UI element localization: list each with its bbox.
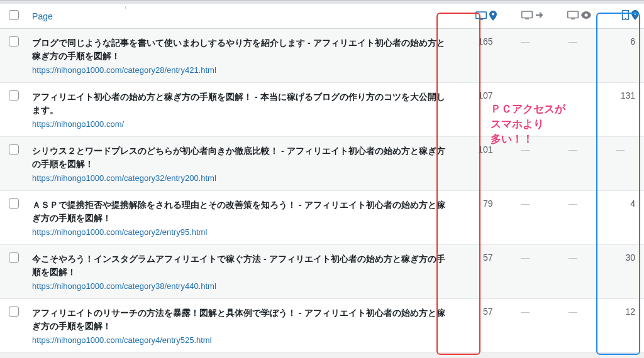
- table-row: アフィリエイト初心者の始め方と稼ぎ方の手順を図解！ - 本当に稼げるブログの作り…: [0, 83, 644, 137]
- pin-icon: [489, 11, 497, 21]
- page-cell: シリウス２とワードプレスのどちらが初心者向きか徹底比較！ - アフィリエイト初心…: [27, 137, 454, 191]
- desktop-icon: [567, 11, 579, 19]
- metric-value: 4: [596, 191, 644, 245]
- metric-value: 57: [454, 245, 501, 299]
- metric-value: 165: [454, 29, 501, 83]
- page-cell: 今こそやろう！インスタグラムアフィリエイトで稼ぐ方法 - アフィリエイト初心者の…: [27, 245, 454, 299]
- row-checkbox-cell: [0, 299, 27, 353]
- metric-empty: —: [549, 137, 596, 191]
- metric-empty: —: [502, 245, 549, 299]
- table-row: 今こそやろう！インスタグラムアフィリエイトで稼ぐ方法 - アフィリエイト初心者の…: [0, 245, 644, 299]
- svg-rect-1: [479, 19, 483, 20]
- table-row: ブログで同じような記事を書いて使いまわしするやり方を紹介します - アフィリエイ…: [0, 29, 644, 83]
- svg-point-7: [585, 14, 588, 17]
- svg-point-2: [492, 13, 494, 15]
- mobile-icon: [622, 10, 629, 20]
- eye-icon: [581, 11, 591, 19]
- page-url[interactable]: https://nihongo1000.com/: [32, 119, 449, 129]
- row-checkbox-cell: [0, 137, 27, 191]
- page-title: ブログで同じような記事を書いて使いまわしするやり方を紹介します - アフィリエイ…: [32, 36, 449, 63]
- page-url[interactable]: https://nihongo1000.com/category32/entry…: [32, 173, 449, 183]
- page-url[interactable]: https://nihongo1000.com/category4/entry5…: [32, 335, 449, 345]
- metric-value: 12: [596, 299, 644, 353]
- metric-value: 79: [454, 191, 501, 245]
- page-url[interactable]: https://nihongo1000.com/category38/entry…: [32, 281, 449, 291]
- header-desktop-pin[interactable]: [454, 4, 501, 29]
- metric-empty: —: [549, 191, 596, 245]
- svg-rect-4: [525, 18, 529, 19]
- row-checkbox[interactable]: [9, 306, 19, 317]
- page-title: ＡＳＰで提携拒否や提携解除をされる理由とその改善策を知ろう！ - アフィリエイト…: [32, 198, 449, 225]
- svg-rect-5: [568, 11, 579, 18]
- row-checkbox[interactable]: [9, 144, 19, 155]
- page-cell: アフィリエイトのリサーチの方法を暴露！図解と具体例で学ぼう！ - アフィリエイト…: [27, 299, 454, 353]
- metric-empty: —: [502, 191, 549, 245]
- row-checkbox[interactable]: [9, 36, 19, 46]
- metric-empty: —: [502, 137, 549, 191]
- metric-value: 6: [596, 29, 644, 83]
- header-page-label: Page: [32, 11, 53, 21]
- row-checkbox-cell: [0, 191, 27, 245]
- metric-empty: —: [502, 299, 549, 353]
- metric-value: 101: [454, 137, 501, 191]
- desktop-icon: [521, 11, 533, 19]
- svg-rect-0: [475, 12, 486, 19]
- page-title: アフィリエイト初心者の始め方と稼ぎ方の手順を図解！ - 本当に稼げるブログの作り…: [32, 90, 449, 117]
- table-row: シリウス２とワードプレスのどちらが初心者向きか徹底比較！ - アフィリエイト初心…: [0, 137, 644, 191]
- svg-rect-6: [571, 18, 575, 19]
- svg-rect-3: [522, 11, 533, 18]
- metric-empty: —: [549, 299, 596, 353]
- metric-empty: —: [549, 29, 596, 83]
- page-url[interactable]: https://nihongo1000.com/category28/entry…: [32, 65, 449, 75]
- row-checkbox[interactable]: [9, 252, 19, 263]
- metric-value: 57: [454, 299, 501, 353]
- header-mobile-pin[interactable]: [596, 4, 644, 29]
- pages-table: Page: [0, 4, 644, 353]
- metric-value: 107: [454, 83, 501, 137]
- arrow-right-icon: [535, 11, 544, 19]
- select-all-checkbox[interactable]: [9, 10, 19, 20]
- row-checkbox-cell: [0, 245, 27, 299]
- row-checkbox[interactable]: [9, 198, 19, 209]
- page-cell: ブログで同じような記事を書いて使いまわしするやり方を紹介します - アフィリエイ…: [27, 29, 454, 83]
- page-url[interactable]: https://nihongo1000.com/category2/entry9…: [32, 227, 449, 237]
- metric-value: 30: [596, 245, 644, 299]
- row-checkbox-cell: [0, 83, 27, 137]
- metric-empty: —: [502, 29, 549, 83]
- metric-empty: [549, 83, 596, 137]
- row-checkbox-cell: [0, 29, 27, 83]
- row-checkbox[interactable]: [9, 90, 19, 100]
- metric-empty: —: [549, 245, 596, 299]
- metric-empty: [502, 83, 549, 137]
- svg-point-10: [634, 13, 636, 15]
- table-row: ＡＳＰで提携拒否や提携解除をされる理由とその改善策を知ろう！ - アフィリエイト…: [0, 191, 644, 245]
- metric-empty: —: [596, 137, 644, 191]
- page-title: アフィリエイトのリサーチの方法を暴露！図解と具体例で学ぼう！ - アフィリエイト…: [32, 306, 449, 333]
- page-cell: アフィリエイト初心者の始め方と稼ぎ方の手順を図解！ - 本当に稼げるブログの作り…: [27, 83, 454, 137]
- pin-icon: [631, 10, 639, 20]
- page-title: 今こそやろう！インスタグラムアフィリエイトで稼ぐ方法 - アフィリエイト初心者の…: [32, 252, 449, 279]
- metric-value: 131: [596, 83, 644, 137]
- table-row: アフィリエイトのリサーチの方法を暴露！図解と具体例で学ぼう！ - アフィリエイト…: [0, 299, 644, 353]
- header-desktop-eye[interactable]: [549, 4, 596, 29]
- header-desktop-arrow[interactable]: [502, 4, 549, 29]
- desktop-icon: [475, 11, 487, 20]
- page-title: シリウス２とワードプレスのどちらが初心者向きか徹底比較！ - アフィリエイト初心…: [32, 144, 449, 171]
- svg-point-9: [625, 18, 626, 19]
- page-cell: ＡＳＰで提携拒否や提携解除をされる理由とその改善策を知ろう！ - アフィリエイト…: [27, 191, 454, 245]
